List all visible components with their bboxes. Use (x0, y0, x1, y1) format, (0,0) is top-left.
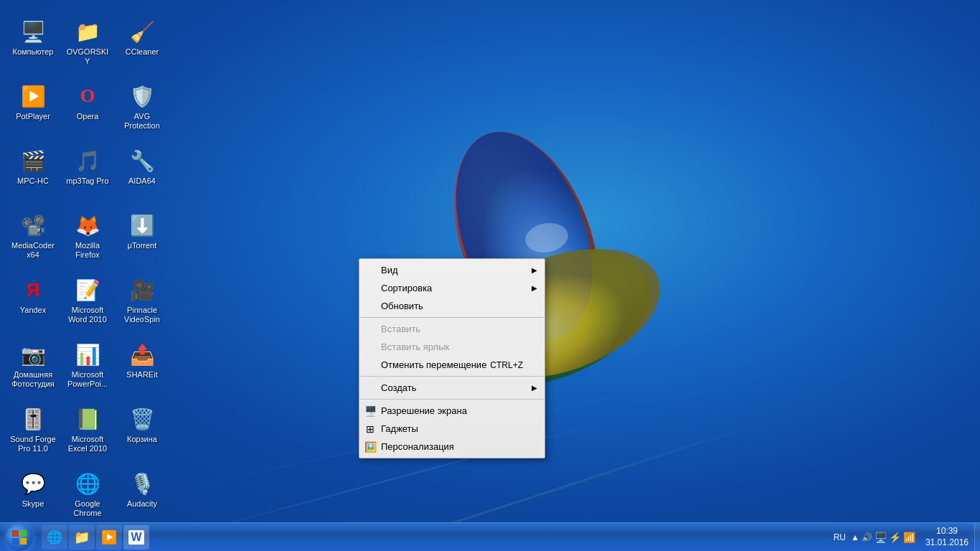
firefox-label: Mozilla Firefox (65, 241, 110, 260)
desktop-icon-mediacoder[interactable]: 📽️ MediaCoder x64 (7, 208, 59, 263)
desktop-icon-avg[interactable]: 🛡️ AVG Protection (116, 79, 168, 133)
taskbar-explorer[interactable]: 📁 (69, 525, 95, 550)
desktop-icon-mpc[interactable]: 🎬 MPC-HC (7, 143, 59, 189)
desktop-icon-audacity[interactable]: 🎙️ Audacity (116, 466, 168, 512)
desktop: 🖥️ Компьютер 📁 OVGORSKIY 🧹 CCleaner ▶️ P… (0, 0, 980, 551)
utorrent-icon: ⬇️ (128, 211, 156, 240)
avg-icon: 🛡️ (128, 82, 156, 110)
desktop-icon-korzina[interactable]: 🗑️ Корзина (116, 402, 168, 447)
desktop-icon-yandex[interactable]: Я Yandex (7, 273, 59, 318)
excel-icon: 📗 (73, 405, 102, 433)
ccleaner-icon: 🧹 (128, 17, 156, 46)
menu-item-vstavit: Вставить (359, 320, 545, 338)
avg-label: AVG Protection (119, 112, 165, 131)
menu-item-otmenit-label: Отменить перемещение (381, 359, 486, 370)
aida64-label: AIDA64 (128, 176, 156, 186)
menu-separator-1 (359, 317, 545, 318)
clock-area[interactable]: 10:39 31.01.2016 (920, 526, 974, 548)
soundforge-label: Sound Forge Pro 11.0 (10, 435, 56, 453)
desktop-icon-ccleaner[interactable]: 🧹 CCleaner (116, 14, 168, 60)
fotostudio-icon: 📷 (19, 340, 47, 369)
taskbar-media-icon: ▶️ (101, 529, 117, 545)
taskbar-media[interactable]: ▶️ (96, 525, 122, 550)
clock-date: 31.01.2016 (925, 537, 969, 549)
menu-item-sortirovka[interactable]: Сортировка ▶ (359, 279, 545, 297)
kompyuter-icon: 🖥️ (19, 17, 47, 46)
start-button[interactable] (0, 523, 39, 552)
tray-volume-icon[interactable]: 🔊 (862, 532, 872, 542)
desktop-icon-videospin[interactable]: 🎥 Pinnacle VideoSpin (116, 273, 168, 327)
taskbar-programs: 🌐 📁 ▶️ W (39, 523, 826, 551)
shareit-label: SHAREit (126, 370, 157, 380)
desktop-icon-mp3tag[interactable]: 🎵 mp3Tag Pro (62, 143, 113, 189)
tray-signal-icon[interactable]: 📶 (903, 532, 915, 543)
menu-item-razreshenie[interactable]: 🖥️ Разрешение экрана (359, 402, 545, 420)
tray-power-icon[interactable]: ⚡ (889, 532, 901, 543)
svg-rect-8 (20, 538, 27, 545)
context-menu: Вид ▶ Сортировка ▶ Обновить Вставить Вст… (359, 258, 545, 458)
ovgorskiy-icon: 📁 (73, 17, 102, 46)
desktop-icon-soundforge[interactable]: 🎚️ Sound Forge Pro 11.0 (7, 402, 59, 456)
desktop-icon-opera[interactable]: O Opera (62, 79, 113, 124)
menu-item-personalizaciya[interactable]: 🖼️ Персонализация (359, 438, 545, 456)
svg-rect-6 (20, 530, 27, 537)
taskbar-explorer-icon: 📁 (74, 529, 90, 545)
menu-item-vid-label: Вид (381, 265, 398, 276)
razreshenie-icon: 🖥️ (363, 404, 377, 418)
desktop-icon-ovgorskiy[interactable]: 📁 OVGORSKIY (62, 14, 113, 69)
tray-network-icon[interactable]: 🖥️ (875, 532, 887, 543)
menu-item-obnovit-label: Обновить (381, 301, 423, 311)
tray-expand-icon[interactable]: ▲ (851, 532, 859, 542)
potplayer-icon: ▶️ (19, 82, 47, 110)
desktop-icon-skype[interactable]: 💬 Skype (7, 466, 59, 512)
desktop-icon-shareit[interactable]: 📤 SHAREit (116, 337, 168, 382)
utorrent-label: μTorrent (128, 241, 157, 250)
menu-item-otmenit[interactable]: Отменить перемещение CTRL+Z (359, 356, 545, 374)
menu-separator-3 (359, 399, 545, 400)
svg-rect-5 (12, 530, 19, 537)
ccleaner-label: CCleaner (126, 47, 159, 57)
menu-item-vstavit-label: Вставить (381, 324, 420, 334)
desktop-icon-fotostudio[interactable]: 📷 Домашняя Фотостудия (7, 337, 59, 392)
desktop-icon-chrome[interactable]: 🌐 Google Chrome (62, 466, 113, 521)
ovgorskiy-label: OVGORSKIY (65, 47, 110, 66)
menu-item-sozdat[interactable]: Создать ▶ (359, 379, 545, 397)
skype-label: Skype (22, 499, 44, 509)
show-desktop-button[interactable] (974, 523, 980, 552)
korzina-label: Корзина (127, 435, 157, 444)
mediacoder-icon: 📽️ (19, 211, 47, 240)
desktop-icon-powerpoint[interactable]: 📊 Microsoft PowerPoi... (62, 337, 113, 392)
opera-icon: O (73, 82, 102, 110)
desktop-icon-potplayer[interactable]: ▶️ PotPlayer (7, 79, 59, 124)
menu-item-otmenit-shortcut: CTRL+Z (490, 360, 530, 370)
mediacoder-label: MediaCoder x64 (10, 241, 56, 260)
submenu-arrow-sozdat: ▶ (532, 384, 537, 392)
menu-item-obnovit[interactable]: Обновить (359, 297, 545, 315)
menu-item-sozdat-label: Создать (381, 382, 416, 393)
chrome-icon: 🌐 (73, 469, 102, 498)
desktop-icon-word2010[interactable]: 📝 Microsoft Word 2010 (62, 273, 113, 327)
desktop-icon-firefox[interactable]: 🦊 Mozilla Firefox (62, 208, 113, 263)
clock-time: 10:39 (936, 526, 958, 537)
potplayer-label: PotPlayer (16, 112, 50, 121)
kompyuter-label: Компьютер (13, 47, 54, 57)
taskbar-word[interactable]: W (123, 525, 149, 550)
mpc-label: MPC-HC (17, 176, 49, 186)
system-tray: RU ▲ 🔊 🖥️ ⚡ 📶 (826, 523, 920, 551)
desktop-icons-container: 🖥️ Компьютер 📁 OVGORSKIY 🧹 CCleaner ▶️ P… (7, 7, 179, 509)
desktop-icon-kompyuter[interactable]: 🖥️ Компьютер (7, 14, 59, 60)
language-indicator[interactable]: RU (831, 532, 849, 542)
taskbar-ie[interactable]: 🌐 (42, 525, 67, 550)
submenu-arrow-vid: ▶ (532, 266, 537, 274)
menu-item-sortirovka-label: Сортировка (381, 283, 432, 293)
desktop-icon-aida64[interactable]: 🔧 AIDA64 (116, 143, 168, 189)
powerpoint-label: Microsoft PowerPoi... (65, 370, 110, 389)
menu-item-gadzhety-label: Гаджеты (381, 423, 418, 434)
desktop-icon-utorrent[interactable]: ⬇️ μTorrent (116, 208, 168, 253)
shareit-icon: 📤 (128, 340, 156, 369)
menu-item-vid[interactable]: Вид ▶ (359, 261, 545, 279)
videospin-icon: 🎥 (128, 276, 156, 304)
menu-item-gadzhety[interactable]: ⊞ Гаджеты (359, 420, 545, 438)
mpc-icon: 🎬 (19, 146, 47, 175)
desktop-icon-excel[interactable]: 📗 Microsoft Excel 2010 (62, 402, 113, 456)
